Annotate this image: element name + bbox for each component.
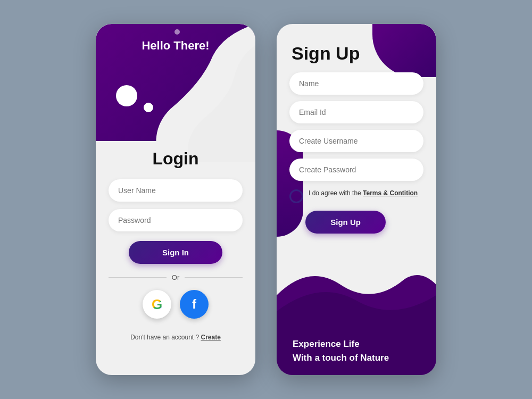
no-account-text: Don't have an account ?	[130, 334, 201, 341]
create-account-prompt: Don't have an account ? Create	[130, 334, 221, 341]
create-password-input[interactable]	[289, 159, 423, 181]
login-form: Login Sign In Or G f Don't have an accou…	[96, 138, 255, 352]
social-login-row: G f	[143, 290, 209, 319]
circle-big-decoration	[116, 85, 137, 106]
experience-tagline: Experience Life With a touch of Nature	[293, 337, 389, 364]
or-text: Or	[172, 273, 179, 281]
signup-title: Sign Up	[292, 43, 360, 64]
signin-button[interactable]: Sign In	[129, 241, 222, 264]
password-input[interactable]	[109, 209, 243, 231]
terms-agree-text: I do agree with the	[309, 189, 363, 197]
facebook-login-button[interactable]: f	[180, 290, 209, 319]
login-hello-text: Hello There!	[96, 39, 255, 53]
create-account-link[interactable]: Create	[201, 334, 221, 341]
email-input[interactable]	[289, 101, 423, 123]
tagline-line2: With a touch of Nature	[293, 351, 389, 365]
facebook-icon: f	[192, 297, 196, 312]
tagline-line1: Experience Life	[293, 337, 389, 351]
terms-checkbox[interactable]	[289, 189, 303, 203]
login-title: Login	[152, 149, 198, 169]
signup-button[interactable]: Sign Up	[305, 211, 386, 234]
google-icon: G	[152, 296, 162, 313]
divider-line-right	[185, 277, 243, 278]
name-input[interactable]	[289, 72, 423, 95]
circle-small-decoration	[144, 103, 153, 112]
google-login-button[interactable]: G	[143, 290, 171, 319]
or-divider: Or	[109, 273, 243, 281]
login-card: Hello There! Login Sign In Or G f Don't …	[96, 24, 255, 375]
signup-card: Experience Life With a touch of Nature S…	[277, 24, 436, 375]
signup-form: Sign Up I do agree with the Terms & Cont…	[277, 35, 436, 247]
username-input[interactable]	[109, 179, 243, 202]
terms-link-text[interactable]: Terms & Contition	[363, 189, 418, 197]
terms-label: I do agree with the Terms & Contition	[309, 188, 418, 198]
create-username-input[interactable]	[289, 130, 423, 152]
circle-top-decoration	[174, 29, 180, 35]
terms-row: I do agree with the Terms & Contition	[289, 188, 418, 203]
divider-line-left	[109, 277, 167, 278]
